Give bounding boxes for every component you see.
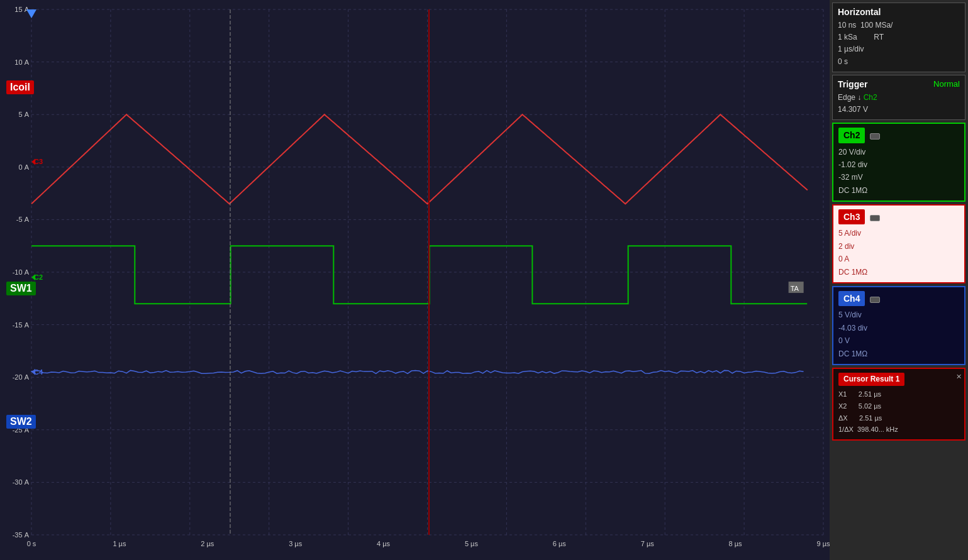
horizontal-section: Horizontal 10 ns 100 MSa/ 1 kSa RT 1 µs/… (832, 3, 965, 72)
sidebar-panel: Horizontal 10 ns 100 MSa/ 1 kSa RT 1 µs/… (830, 0, 968, 560)
ch2-details: 20 V/div -1.02 div -32 mV DC 1MΩ (838, 146, 959, 197)
trigger-label: Trigger (838, 79, 867, 89)
ch4-title: Ch4 (838, 291, 865, 306)
ch4-panel: Ch4 5 V/div -4.03 div 0 V DC 1MΩ (832, 286, 965, 365)
ch3-title: Ch3 (838, 209, 865, 224)
ch4-details: 5 V/div -4.03 div 0 V DC 1MΩ (838, 309, 959, 360)
cursor-close-btn[interactable]: ✕ (956, 371, 962, 383)
cursor-result-title: Cursor Result 1 (838, 373, 904, 386)
oscilloscope-display: Icoil SW1 SW2 (0, 0, 830, 560)
ch2-connector (870, 133, 880, 140)
ch2-panel: Ch2 20 V/div -1.02 div -32 mV DC 1MΩ (832, 123, 965, 202)
ch2-title: Ch2 (838, 128, 865, 143)
trigger-section: Trigger Normal Edge ↓ Ch2 14.307 V (832, 75, 965, 120)
trigger-details: Edge ↓ Ch2 14.307 V (838, 92, 960, 116)
cursor-result-panel: Cursor Result 1 ✕ X1 2.51 µs X2 5.02 µs … (832, 368, 965, 441)
ch4-connector (870, 297, 880, 303)
waveform-canvas[interactable] (0, 0, 830, 560)
ch3-panel: Ch3 5 A/div 2 div 0 A DC 1MΩ (832, 204, 965, 283)
ch3-connector (870, 215, 880, 221)
cursor-details: X1 2.51 µs X2 5.02 µs ΔX 2.51 µs 1/ΔX 39… (838, 388, 959, 436)
sw2-label: SW2 (6, 415, 36, 429)
icoil-label: Icoil (6, 80, 34, 94)
horizontal-values: 10 ns 100 MSa/ 1 kSa RT 1 µs/div 0 s (838, 19, 960, 68)
sw1-label: SW1 (6, 282, 36, 295)
horizontal-title: Horizontal (838, 7, 960, 17)
ch3-details: 5 A/div 2 div 0 A DC 1MΩ (838, 227, 959, 278)
trigger-mode: Normal (933, 79, 960, 89)
